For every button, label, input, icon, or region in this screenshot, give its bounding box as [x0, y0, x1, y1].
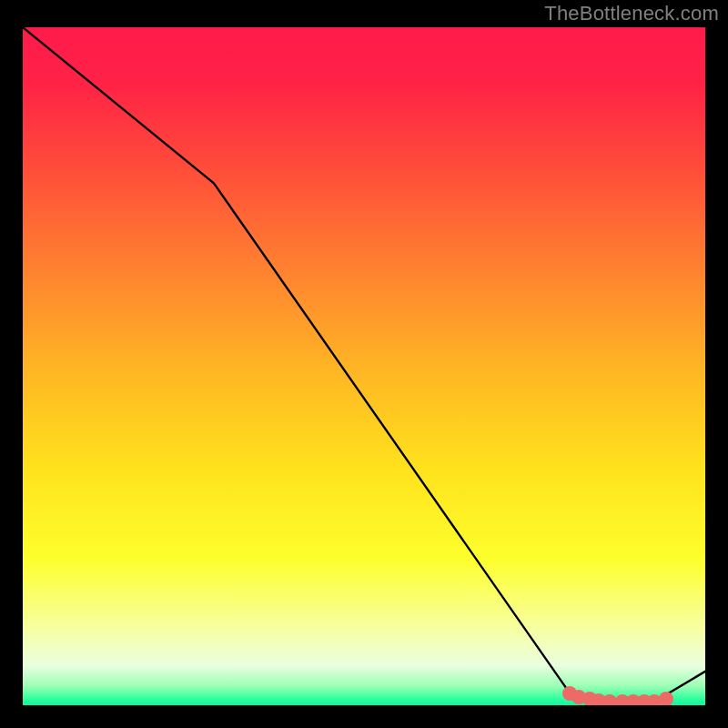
chart-stage: TheBottleneck.com: [0, 0, 728, 728]
plot-area: [21, 25, 707, 707]
dot-layer: [23, 27, 705, 705]
attribution-text: TheBottleneck.com: [544, 2, 719, 25]
data-point-dot: [659, 692, 673, 706]
